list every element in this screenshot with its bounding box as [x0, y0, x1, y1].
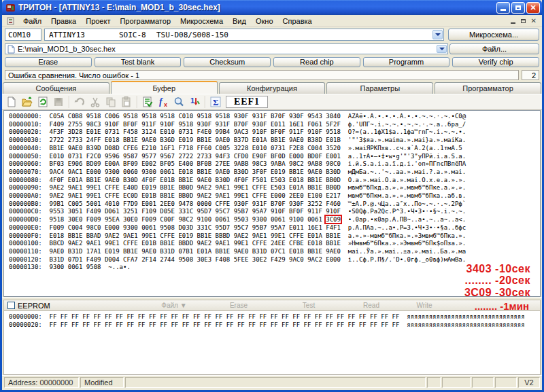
hex-word[interactable]: BB1E [289, 168, 304, 175]
hex-word[interactable]: 9ABB [234, 160, 249, 167]
hex-word[interactable]: 95C7 [234, 224, 249, 231]
hex-word[interactable]: CFFE [252, 184, 267, 191]
programm-button[interactable]: Programm [363, 57, 450, 67]
hex-word[interactable]: 4F3F [50, 128, 65, 135]
hex-word[interactable]: B30D [216, 177, 231, 183]
hex-word[interactable]: 9AE2 [50, 184, 65, 191]
hex-word[interactable]: 910F [307, 128, 322, 135]
hex-word[interactable]: BB1E [50, 145, 65, 152]
hex-word[interactable]: 3228 [234, 145, 249, 152]
hex-word[interactable]: E010 [50, 153, 65, 160]
hex-word[interactable]: 9AE1 [216, 240, 231, 247]
hex-word[interactable]: 0060 [123, 168, 138, 175]
hex-word[interactable]: 98C2 [289, 160, 304, 167]
hex-word[interactable]: E01B [141, 192, 156, 199]
eeprom-column-файл[interactable]: Файл ▼ [161, 302, 186, 309]
hex-word[interactable]: CFFE [160, 232, 175, 239]
hex-word[interactable]: E011 [289, 224, 304, 231]
hex-word[interactable]: E01B [326, 137, 341, 143]
hex-word-highlighted[interactable]: 3C09 [326, 216, 341, 223]
hex-word[interactable]: BB1E [307, 184, 322, 191]
hex-word[interactable]: CFD0 [234, 153, 249, 160]
hex-word[interactable]: 9518 [326, 128, 341, 135]
hex-word[interactable]: E019 [141, 184, 156, 191]
hex-word[interactable]: E90F [252, 153, 267, 160]
hex-word[interactable]: 9AC3 [234, 128, 249, 135]
hex-word[interactable]: BB1E [86, 177, 101, 183]
verify-list-icon[interactable] [141, 95, 154, 109]
test-blank-button[interactable]: Test blank [95, 57, 182, 67]
hex-word[interactable]: 930F [234, 113, 249, 120]
hex-word[interactable]: 930F [197, 121, 211, 128]
hex-word[interactable]: 95D7 [197, 208, 211, 215]
hex-word[interactable]: 2F14 [141, 256, 156, 263]
hex-word[interactable]: D08D [105, 145, 120, 152]
hex-word[interactable]: E019 [178, 232, 193, 239]
hex-word[interactable]: 9518 [160, 113, 175, 120]
hex-word[interactable]: F501 [252, 177, 267, 183]
hex-word[interactable]: E001 [141, 200, 156, 207]
hex-word[interactable]: BD0F [307, 153, 322, 160]
hex-word[interactable]: 9AE1 [252, 232, 267, 239]
eeprom-column-write[interactable]: Write [416, 302, 432, 309]
hex-word[interactable]: 9AE2 [197, 240, 211, 247]
hex-word[interactable]: B30D [234, 168, 249, 175]
hex-word[interactable]: 07D1 [68, 256, 83, 263]
hex-word[interactable]: BBAD [86, 232, 101, 239]
hex-word[interactable]: CFFE [289, 232, 304, 239]
hex-word[interactable]: 95B7 [234, 208, 249, 215]
hex-word[interactable]: 94F3 [216, 153, 231, 160]
hex-word[interactable]: 9518 [141, 113, 156, 120]
hex-word[interactable]: 07C1 [271, 248, 286, 255]
hex-word[interactable]: 9300 [105, 168, 120, 175]
hex-word[interactable]: E019 [105, 248, 120, 255]
hex-word[interactable]: 98C0 [86, 224, 101, 231]
hex-word[interactable]: 27EE [216, 160, 231, 167]
hex-word[interactable]: E503 [271, 184, 286, 191]
hex-word[interactable]: 9AE1 [216, 192, 231, 199]
hex-word[interactable]: 9AE0 [105, 177, 120, 183]
hex-word[interactable]: C05A [50, 113, 65, 120]
hex-word[interactable]: 9518 [178, 121, 193, 128]
hex-word[interactable]: 99E1 [271, 232, 286, 239]
hex-word[interactable]: F458 [123, 128, 138, 135]
hex-word[interactable]: F061 [307, 121, 322, 128]
hex-word[interactable]: 931F [216, 121, 231, 128]
menu-item[interactable]: Правка [46, 16, 81, 26]
hex-word[interactable]: BB1E [197, 232, 211, 239]
hex-word[interactable]: 910F [160, 121, 175, 128]
hex-word[interactable]: F7D9 [123, 200, 138, 207]
reload-icon[interactable] [36, 95, 50, 109]
chip-button[interactable]: Микросхема... [448, 29, 539, 41]
hex-word[interactable]: E01B [141, 240, 156, 247]
hex-word[interactable]: 9300 [252, 216, 267, 223]
menu-item[interactable]: Вид [228, 16, 251, 26]
hex-word[interactable]: 0061 [216, 216, 231, 223]
hex-word[interactable]: BB1E [123, 137, 138, 143]
hex-word[interactable]: 30E0 [123, 216, 138, 223]
hex-word[interactable]: 9AC4 [50, 168, 65, 175]
hex-word[interactable]: F109 [141, 208, 156, 215]
chip-select[interactable]: ATTINY13 SOIC-8 TSU-D08/S008-150 [44, 29, 444, 41]
hex-word[interactable]: 2EE0 [289, 192, 304, 199]
menu-item[interactable]: Проект [81, 16, 115, 26]
hex-word[interactable]: 9AE0 [141, 137, 156, 143]
hex-word[interactable]: 2722 [178, 153, 193, 160]
hex-word[interactable]: 9AE0 [216, 137, 231, 143]
eeprom-buffer-view[interactable]: 00000000: FF FF FF FF FF FF FF FF FF FF … [3, 311, 541, 375]
hex-word[interactable]: F009 [86, 216, 101, 223]
mdi-close-icon[interactable]: ✕ [531, 18, 537, 24]
hex-word[interactable]: BF0B [197, 160, 211, 167]
hex-word[interactable]: CFE6 [123, 145, 138, 152]
hex-word[interactable]: 9AE0 [68, 145, 83, 152]
hex-word[interactable]: 0061 [68, 264, 83, 270]
eeprom-column-erase[interactable]: Erase [230, 302, 248, 309]
hex-word[interactable]: B30D [123, 177, 138, 183]
hex-word[interactable]: 9518 [50, 216, 65, 223]
hex-word[interactable]: BB1E [178, 177, 193, 183]
hex-word[interactable]: 98C3 [252, 160, 267, 167]
hex-word[interactable]: 9AE0 [216, 168, 231, 175]
hex-word[interactable]: 99E1 [234, 240, 249, 247]
hex-word[interactable]: 9AC1 [68, 168, 83, 175]
hex-word[interactable]: 17A1 [86, 248, 101, 255]
